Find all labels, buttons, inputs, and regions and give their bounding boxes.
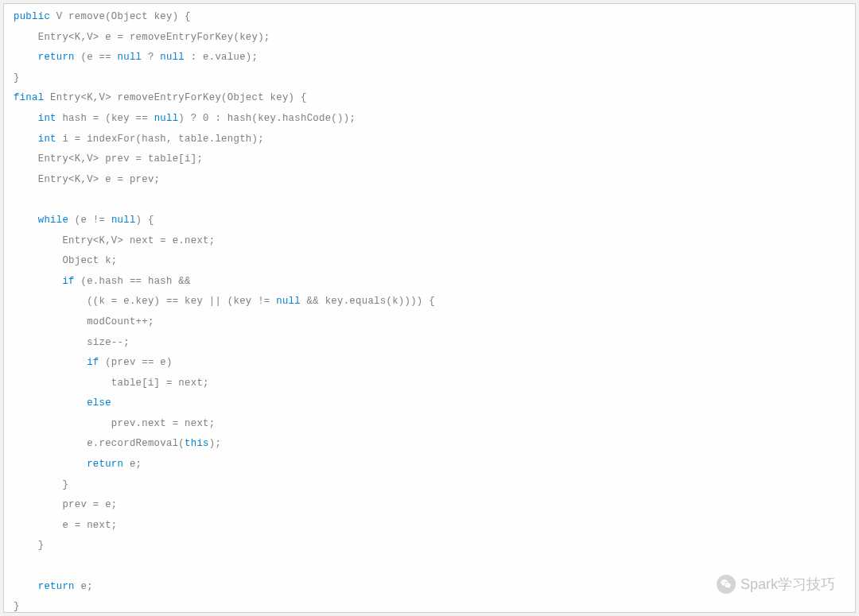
watermark-text: Spark学习技巧 — [740, 575, 835, 594]
keyword-null: null — [154, 113, 179, 124]
code-block: public V remove(Object key) { Entry<K,V>… — [3, 3, 856, 613]
wechat-icon — [717, 575, 736, 594]
keyword-int: int — [38, 134, 56, 145]
keyword-return: return — [38, 581, 75, 592]
keyword-else: else — [87, 397, 111, 409]
keyword-while: while — [38, 215, 68, 226]
keyword-public: public — [14, 11, 50, 22]
keyword-null: null — [111, 215, 136, 226]
keyword-return: return — [38, 52, 75, 63]
keyword-null: null — [276, 296, 301, 307]
keyword-if: if — [62, 276, 74, 287]
keyword-final: final — [14, 92, 44, 103]
code-content: public V remove(Object key) { Entry<K,V>… — [14, 7, 845, 613]
keyword-null: null — [160, 52, 185, 63]
keyword-return: return — [87, 459, 123, 470]
keyword-if: if — [87, 357, 99, 368]
keyword-int: int — [38, 113, 56, 124]
keyword-this: this — [185, 438, 209, 449]
keyword-null: null — [118, 52, 142, 63]
watermark: Spark学习技巧 — [717, 575, 835, 594]
